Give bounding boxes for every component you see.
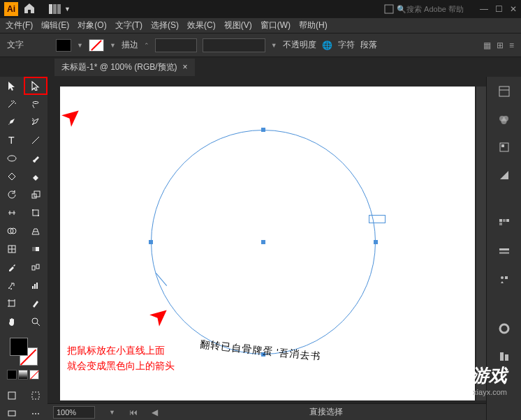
libraries-panel-icon[interactable]: [497, 140, 512, 155]
nav-prev-icon[interactable]: ◀: [152, 407, 158, 417]
mesh-tool[interactable]: [0, 240, 24, 258]
search-input[interactable]: [406, 5, 469, 13]
menu-file[interactable]: 文件(F): [6, 20, 33, 31]
color-mode-solid[interactable]: [7, 370, 17, 380]
color-mode-gradient[interactable]: [18, 370, 28, 380]
color-guide-panel-icon[interactable]: [497, 167, 512, 183]
eraser-tool[interactable]: [24, 167, 47, 186]
paragraph-panel-link[interactable]: 段落: [360, 39, 377, 51]
gradient-tool[interactable]: [24, 240, 47, 258]
chevron-down-icon[interactable]: ▼: [110, 42, 116, 49]
globe-icon[interactable]: 🌐: [322, 40, 332, 50]
menu-view[interactable]: 视图(V): [224, 20, 252, 31]
document-tab[interactable]: 未标题-1* @ 100% (RGB/预览) ×: [54, 59, 195, 76]
opacity-label[interactable]: 不透明度: [283, 39, 316, 51]
menu-window[interactable]: 窗口(W): [260, 20, 291, 31]
pen-tool[interactable]: [0, 113, 24, 131]
hand-tool[interactable]: [0, 313, 24, 331]
artboard[interactable]: 翻转已自骨牌蛋 '吾消去书 ➤ ➤ 把鼠标放在小直线上面 就会变成黑色向上的箭头: [60, 87, 475, 400]
svg-rect-18: [36, 264, 39, 269]
properties-panel-icon[interactable]: [497, 84, 512, 99]
maximize-icon[interactable]: ☐: [495, 4, 503, 14]
curvature-tool[interactable]: [24, 113, 47, 131]
blend-tool[interactable]: [24, 258, 47, 276]
ellipse-tool[interactable]: [0, 149, 24, 167]
watermark-url: xiayx.com: [448, 388, 507, 396]
align-panel-icon[interactable]: [497, 349, 512, 364]
svg-rect-35: [500, 143, 508, 151]
zoom-tool[interactable]: [24, 313, 47, 331]
zoom-level-input[interactable]: [53, 406, 95, 419]
magic-wand-tool[interactable]: [0, 95, 24, 113]
color-mode-none[interactable]: [29, 370, 39, 380]
free-transform-tool[interactable]: [24, 204, 47, 222]
draw-normal-icon[interactable]: [0, 387, 24, 405]
vertical-scrollbar[interactable]: [476, 87, 486, 400]
paintbrush-tool[interactable]: [24, 149, 47, 167]
perspective-tool[interactable]: [24, 222, 47, 240]
lasso-tool[interactable]: [24, 95, 47, 113]
anchor-point[interactable]: [374, 240, 378, 244]
status-bar: ▼ ⏮ ◀ 直接选择: [47, 403, 486, 420]
search-box[interactable]: 🔍: [384, 4, 469, 14]
symbol-sprayer-tool[interactable]: [0, 276, 24, 294]
home-icon[interactable]: [24, 3, 35, 16]
chevron-down-icon[interactable]: ▼: [271, 42, 277, 49]
nav-first-icon[interactable]: ⏮: [129, 407, 138, 417]
chevron-down-icon[interactable]: ▼: [77, 42, 83, 49]
menu-effect[interactable]: 效果(C): [187, 20, 216, 31]
align-icon[interactable]: ▦: [483, 40, 491, 50]
graph-tool[interactable]: [24, 276, 47, 294]
control-type-label: 文字: [7, 39, 24, 51]
stroke-panel-icon[interactable]: [497, 321, 512, 336]
type-tool[interactable]: T: [0, 131, 24, 149]
color-panel-icon[interactable]: [497, 112, 512, 127]
minimize-icon[interactable]: —: [480, 4, 488, 14]
screen-mode-icon[interactable]: [0, 405, 24, 420]
fill-stroke-swatches[interactable]: [10, 338, 38, 366]
character-panel-link[interactable]: 字符: [338, 39, 355, 51]
canvas-area: 翻转已自骨牌蛋 '吾消去书 ➤ ➤ 把鼠标放在小直线上面 就会变成黑色向上的箭头…: [47, 77, 486, 420]
stroke-swatch[interactable]: [89, 39, 104, 52]
stroke-label[interactable]: 描边: [122, 39, 138, 51]
fill-color-swatch[interactable]: [10, 338, 28, 356]
more-options-icon[interactable]: ≡: [509, 40, 514, 50]
svg-point-6: [8, 156, 16, 161]
slice-tool[interactable]: [24, 294, 47, 313]
close-icon[interactable]: ✕: [510, 4, 517, 14]
symbols-panel-icon[interactable]: [497, 272, 512, 287]
selection-tool[interactable]: [0, 77, 24, 95]
menu-type[interactable]: 文字(T): [115, 20, 142, 31]
svg-point-20: [10, 288, 12, 290]
brush-definition-input[interactable]: [203, 38, 265, 52]
stroke-weight-input[interactable]: [155, 38, 197, 52]
fill-swatch[interactable]: [56, 39, 71, 52]
scale-tool[interactable]: [24, 186, 47, 204]
arrange-docs-icon[interactable]: ▼: [49, 4, 71, 14]
menu-select[interactable]: 选择(S): [151, 20, 179, 31]
edit-toolbar-icon[interactable]: ⋯: [24, 405, 47, 420]
direct-selection-tool[interactable]: [24, 77, 47, 95]
shape-builder-tool[interactable]: [0, 222, 24, 240]
transform-icon[interactable]: ⊞: [497, 40, 504, 50]
anchor-point[interactable]: [149, 240, 153, 244]
anchor-point[interactable]: [261, 128, 265, 132]
path-type-bracket[interactable]: [369, 215, 386, 223]
close-tab-icon[interactable]: ×: [183, 62, 188, 72]
svg-rect-47: [505, 354, 508, 361]
artboard-tool[interactable]: [0, 294, 24, 313]
center-point[interactable]: [261, 240, 265, 244]
menu-help[interactable]: 帮助(H): [299, 20, 328, 31]
current-tool-label: 直接选择: [172, 406, 480, 418]
menu-object[interactable]: 对象(O): [78, 20, 106, 31]
swatches-panel-icon[interactable]: [497, 216, 512, 232]
draw-behind-icon[interactable]: [24, 387, 47, 405]
menu-edit[interactable]: 编辑(E): [41, 20, 69, 31]
brushes-panel-icon[interactable]: [497, 244, 512, 260]
rotate-tool[interactable]: [0, 186, 24, 204]
line-tool[interactable]: [24, 131, 47, 149]
shaper-tool[interactable]: [0, 167, 24, 186]
width-tool[interactable]: [0, 204, 24, 222]
chevron-down-icon[interactable]: ▼: [109, 409, 115, 416]
eyedropper-tool[interactable]: [0, 258, 24, 276]
